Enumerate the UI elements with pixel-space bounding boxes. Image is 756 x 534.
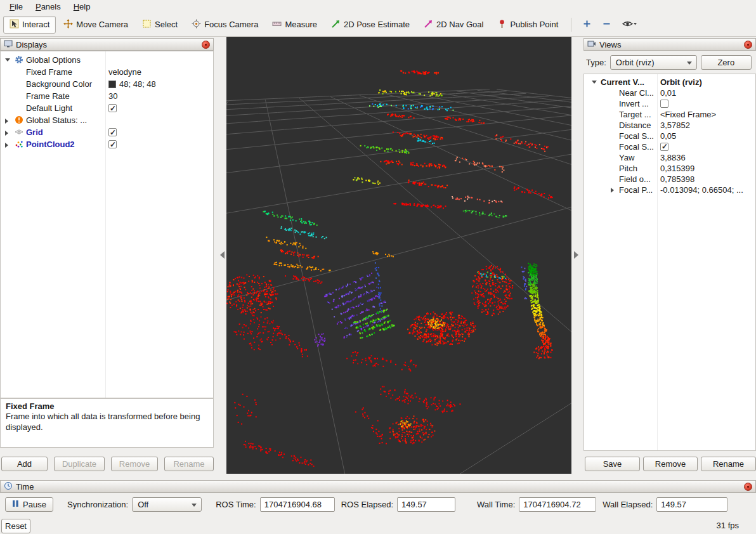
viewport-canvas[interactable] [226, 37, 571, 474]
wall-elapsed-field[interactable]: 149.57 [656, 497, 727, 512]
distance-value[interactable]: 3,57852 [660, 120, 690, 131]
view-row-yaw[interactable]: Yaw 3,8836 [584, 152, 755, 163]
displays-buttons: Add Duplicate Remove Rename [1, 457, 214, 471]
view-row-near-clip[interactable]: Near Cl... 0,01 [584, 88, 755, 98]
focus-camera-icon [192, 19, 201, 30]
pose-estimate-tool-button[interactable]: 2D Pose Estimate [325, 16, 416, 34]
background-color-value[interactable]: 48; 48; 48 [119, 78, 156, 90]
expand-arrow-icon[interactable] [592, 81, 597, 84]
property-name: Global Options [26, 54, 81, 66]
view-type-value: Orbit (rviz) [616, 58, 655, 67]
synchronization-select[interactable]: Off [132, 497, 202, 512]
expand-arrow-icon[interactable] [5, 143, 8, 148]
view-row-focal-shape-size[interactable]: Focal S... 0,05 [584, 131, 755, 141]
expand-arrow-icon[interactable] [5, 58, 10, 62]
rename-button[interactable]: Rename [164, 457, 214, 471]
frame-rate-value[interactable]: 30 [108, 90, 117, 102]
add-tool-button[interactable] [578, 16, 596, 33]
target-frame-value[interactable]: <Fixed Frame> [660, 109, 716, 120]
views-remove-button[interactable]: Remove [643, 457, 698, 471]
expand-arrow-icon[interactable] [5, 119, 8, 124]
tree-row-global-options[interactable]: Global Options [1, 54, 213, 66]
view-row-distance[interactable]: Distance 3,57852 [584, 120, 755, 131]
yaw-value[interactable]: 3,8836 [660, 152, 686, 163]
remove-tool-button[interactable] [597, 16, 616, 33]
splitter-left-arrow-icon[interactable] [220, 251, 225, 259]
menu-help[interactable]: Help [68, 1, 96, 12]
nav-goal-tool-button[interactable]: 2D Nav Goal [417, 16, 490, 34]
tool-visibility-button[interactable] [617, 16, 642, 33]
color-swatch[interactable] [108, 81, 116, 88]
pause-icon [12, 500, 19, 509]
view-row-current[interactable]: Current V... Orbit (rviz) [584, 77, 755, 88]
synchronization-value: Off [138, 500, 148, 509]
field-of-view-value[interactable]: 0,785398 [660, 174, 694, 185]
displays-close-button[interactable] [202, 41, 210, 49]
splitter-right-arrow-icon[interactable] [574, 251, 578, 259]
view-row-focal-point[interactable]: Focal P... -0.013094; 0.66504; ... [584, 185, 755, 195]
pitch-value[interactable]: 0,315399 [660, 163, 694, 174]
move-camera-tool-button[interactable]: Move Camera [57, 16, 134, 34]
tree-row-background-color[interactable]: Background Color 48; 48; 48 [1, 78, 213, 90]
interact-tool-button[interactable]: Interact [3, 16, 56, 34]
tree-row-fixed-frame[interactable]: Fixed Frame velodyne [1, 66, 213, 78]
views-rename-button[interactable]: Rename [701, 457, 756, 471]
wall-time-label: Wall Time: [477, 500, 515, 509]
tree-row-default-light[interactable]: Default Light [1, 102, 213, 114]
focus-camera-tool-button[interactable]: Focus Camera [185, 16, 264, 34]
view-type-select[interactable]: Orbit (rviz) [610, 55, 697, 70]
focal-shape-checkbox[interactable] [660, 143, 668, 151]
reset-button[interactable]: Reset [1, 519, 30, 533]
pause-button[interactable]: Pause [5, 497, 53, 512]
nav-goal-icon [424, 19, 433, 30]
render-viewport [226, 37, 571, 474]
measure-tool-button[interactable]: Measure [266, 16, 323, 34]
expand-arrow-icon[interactable] [611, 188, 614, 193]
invert-checkbox[interactable] [660, 100, 668, 108]
wall-time-value: 1704716904.72 [523, 500, 580, 509]
near-clip-value[interactable]: 0,01 [660, 88, 676, 98]
time-close-button[interactable] [744, 483, 752, 491]
pause-label: Pause [23, 500, 46, 509]
focal-point-value[interactable]: -0.013094; 0.66504; ... [660, 185, 743, 195]
pointcloud2-enabled-checkbox[interactable] [108, 140, 117, 148]
move-camera-icon [63, 19, 73, 30]
tree-row-global-status[interactable]: Global Status: ... [1, 114, 213, 126]
view-type-row: Type: Orbit (rviz) Zero [583, 55, 756, 70]
remove-button[interactable]: Remove [111, 457, 158, 471]
measure-icon [272, 19, 282, 30]
duplicate-button[interactable]: Duplicate [54, 457, 105, 471]
save-button[interactable]: Save [585, 457, 640, 471]
wall-time-field[interactable]: 1704716904.72 [519, 497, 596, 512]
views-close-button[interactable] [744, 41, 752, 49]
view-row-pitch[interactable]: Pitch 0,315399 [584, 163, 755, 174]
view-row-invert[interactable]: Invert ... [584, 98, 755, 109]
property-name: Near Cl... [619, 88, 654, 98]
default-light-checkbox[interactable] [108, 104, 117, 112]
ros-elapsed-field[interactable]: 149.57 [397, 497, 455, 512]
select-tool-button[interactable]: Select [136, 16, 184, 34]
add-button[interactable]: Add [1, 457, 48, 471]
focal-shape-size-value[interactable]: 0,05 [660, 131, 676, 141]
menu-panels[interactable]: Panels [30, 1, 67, 12]
grid-enabled-checkbox[interactable] [108, 128, 117, 136]
expand-arrow-icon[interactable] [5, 131, 8, 136]
displays-tree: Global Options Fixed Frame velodyne Back… [0, 51, 214, 398]
menu-file[interactable]: File [4, 1, 29, 12]
view-row-target[interactable]: Target ... <Fixed Frame> [584, 109, 755, 120]
view-row-field-of-view[interactable]: Field o... 0,785398 [584, 174, 755, 185]
view-row-focal-shape-fixed[interactable]: Focal S... [584, 141, 755, 152]
fixed-frame-value[interactable]: velodyne [108, 66, 141, 78]
status-bar: Reset 31 fps [0, 515, 756, 534]
tree-row-frame-rate[interactable]: Frame Rate 30 [1, 90, 213, 102]
zero-button[interactable]: Zero [701, 55, 752, 70]
pointcloud-icon [15, 140, 23, 148]
tree-row-grid[interactable]: Grid [1, 126, 213, 138]
publish-point-tool-button[interactable]: Publish Point [491, 16, 564, 34]
tree-row-pointcloud2[interactable]: PointCloud2 [1, 138, 213, 150]
ros-time-field[interactable]: 1704716904.68 [260, 497, 335, 512]
eye-icon [622, 19, 637, 30]
property-name: Field o... [619, 174, 651, 185]
chevron-down-icon [192, 504, 197, 507]
publish-point-icon [497, 19, 507, 30]
